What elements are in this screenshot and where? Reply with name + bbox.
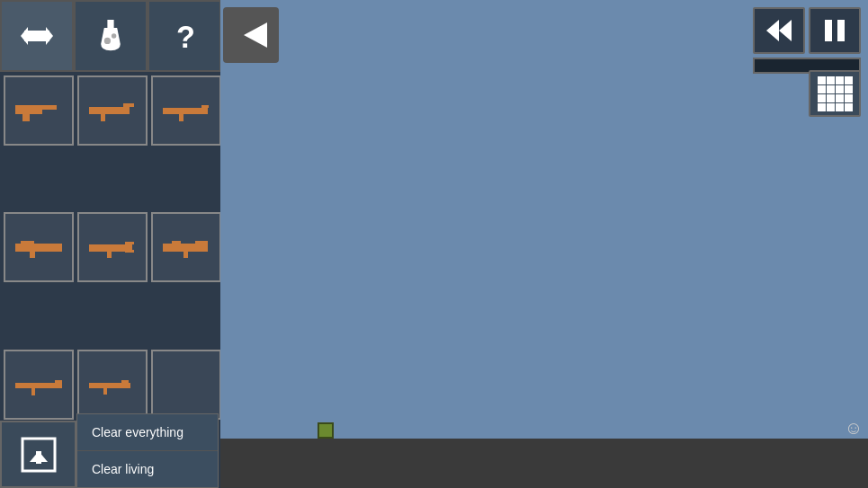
assault-rifle-icon — [161, 235, 211, 260]
svg-rect-21 — [125, 250, 134, 253]
help-button[interactable]: ? — [148, 0, 221, 72]
back-button[interactable] — [223, 7, 279, 63]
svg-rect-29 — [89, 383, 130, 388]
toolbar: ? — [0, 0, 220, 72]
svg-rect-26 — [15, 383, 62, 388]
rewind-icon — [765, 18, 793, 43]
svg-rect-14 — [201, 105, 209, 108]
potion-icon — [96, 20, 125, 52]
shotgun-icon — [87, 235, 138, 260]
clear-living-button[interactable]: Clear living — [77, 451, 218, 487]
rifle-icon — [161, 98, 211, 123]
weapon-cell-sniper[interactable] — [4, 350, 74, 420]
svg-marker-34 — [244, 22, 267, 48]
grid-icon — [818, 76, 853, 111]
svg-point-3 — [104, 38, 111, 44]
export-icon — [21, 437, 57, 473]
svg-rect-37 — [825, 20, 832, 41]
svg-rect-6 — [15, 105, 42, 114]
weapon-cell-assault[interactable] — [151, 212, 221, 282]
svg-rect-8 — [22, 114, 30, 121]
svg-rect-17 — [21, 241, 34, 244]
character-entity — [318, 422, 334, 439]
svg-marker-35 — [766, 20, 779, 41]
sniper-icon — [13, 372, 64, 397]
svg-rect-7 — [39, 105, 57, 110]
pixel-person: ☺ — [846, 417, 861, 439]
question-icon: ? — [171, 20, 198, 52]
machine-gun-icon — [13, 235, 64, 260]
weapon-cell-smg[interactable] — [77, 75, 148, 146]
pistol-icon — [13, 98, 64, 123]
svg-rect-25 — [172, 241, 181, 244]
svg-rect-15 — [15, 244, 62, 252]
swap-icon — [21, 20, 53, 52]
game-area: ☺ — [220, 0, 868, 488]
pause-button[interactable] — [809, 7, 861, 54]
svg-rect-2 — [107, 20, 113, 28]
top-right-controls — [753, 7, 861, 74]
pause-icon — [822, 18, 847, 43]
svg-marker-36 — [779, 20, 792, 41]
weapon-cell-rifle[interactable] — [151, 75, 221, 146]
svg-rect-31 — [121, 380, 129, 383]
grid-toggle-button[interactable] — [809, 70, 861, 117]
ground — [220, 439, 868, 488]
svg-rect-11 — [123, 103, 134, 107]
weapon-cell-mg[interactable] — [4, 212, 74, 282]
svg-rect-20 — [125, 242, 134, 244]
svg-rect-22 — [163, 244, 208, 252]
svg-rect-24 — [195, 241, 208, 244]
export-button[interactable] — [0, 421, 76, 488]
svg-rect-12 — [163, 108, 208, 114]
smg-icon — [87, 98, 138, 123]
weapon-cell-pistol[interactable] — [4, 75, 74, 146]
svg-rect-33 — [36, 451, 41, 464]
svg-marker-1 — [21, 27, 49, 45]
rewind-button[interactable] — [753, 7, 805, 54]
back-arrow-icon — [235, 19, 267, 51]
swap-button[interactable] — [0, 0, 74, 72]
svg-rect-28 — [55, 380, 62, 383]
svg-rect-27 — [31, 388, 35, 395]
svg-rect-38 — [837, 20, 845, 41]
svg-rect-13 — [179, 114, 183, 121]
context-menu: Clear everything Clear living — [76, 413, 219, 488]
svg-rect-23 — [183, 252, 188, 258]
svg-rect-19 — [107, 252, 112, 258]
weapon-cell-empty — [151, 350, 221, 420]
svg-rect-16 — [30, 252, 35, 258]
clear-everything-button[interactable]: Clear everything — [77, 414, 218, 451]
svg-rect-30 — [103, 388, 107, 395]
potion-button[interactable] — [74, 0, 148, 72]
weapon-cell-shotgun[interactable] — [77, 212, 148, 282]
svg-text:?: ? — [176, 20, 195, 52]
svg-rect-10 — [101, 114, 105, 121]
sidebar: ? — [0, 0, 220, 488]
svg-point-4 — [112, 33, 116, 38]
weapon-cell-carbine[interactable] — [77, 350, 148, 420]
carbine-icon — [87, 372, 138, 397]
svg-rect-9 — [89, 107, 130, 114]
